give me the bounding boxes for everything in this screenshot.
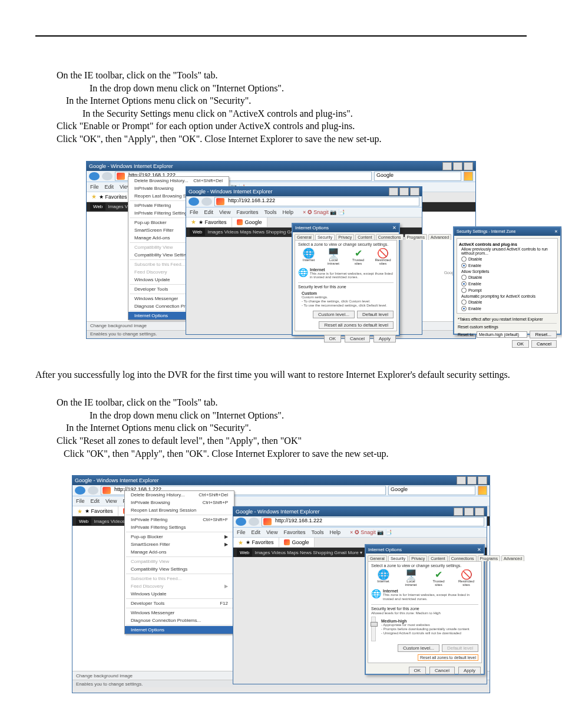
activex-item: Automatic prompting for ActiveX controls [461, 294, 535, 298]
cancel-button[interactable]: Cancel [531, 340, 557, 348]
default-level-button[interactable]: Default level [357, 311, 394, 318]
cancel-button[interactable]: Cancel [429, 667, 455, 674]
tab-privacy[interactable]: Privacy [336, 234, 354, 240]
zone-internet[interactable]: 🌐Internet [299, 249, 318, 265]
zone-local-intranet[interactable]: 🖥️Local intranet [402, 570, 421, 587]
radio-enable[interactable] [461, 263, 467, 268]
zone-trusted[interactable]: ✔Trusted sites [429, 570, 448, 587]
radio-enable[interactable] [461, 306, 467, 311]
tab-programs[interactable]: Programs [405, 234, 427, 240]
search-box[interactable]: Google [388, 486, 475, 495]
forward-button[interactable] [88, 486, 98, 495]
tab-content[interactable]: Content [355, 234, 375, 240]
zone-local-intranet[interactable]: 🖥️Local intranet [324, 249, 343, 265]
tab-content[interactable]: Content [428, 555, 448, 561]
dialog-title: Security Settings - Internet Zone [457, 229, 515, 233]
intranet-icon: 🖥️ [328, 249, 339, 258]
close-button[interactable] [478, 476, 487, 485]
cancel-button[interactable]: Cancel [345, 335, 370, 342]
tab-programs[interactable]: Programs [478, 555, 500, 561]
custom-level-button[interactable]: Custom level... [398, 644, 439, 652]
reset-custom-label: Reset custom settings [458, 323, 557, 329]
apply-button[interactable]: Apply [373, 335, 396, 342]
zone-internet[interactable]: 🌐Internet [374, 570, 393, 587]
apply-button[interactable]: Apply [458, 667, 481, 674]
globe-icon: 🌐 [303, 249, 315, 258]
search-box[interactable]: Google [374, 172, 461, 181]
menu-file[interactable]: File [90, 184, 99, 190]
minimize-button[interactable] [389, 187, 398, 196]
reset-zones-button[interactable]: Reset all zones to default level [319, 321, 394, 329]
tab-security[interactable]: Security [315, 234, 335, 240]
custom-level-button[interactable]: Custom level... [313, 311, 355, 318]
tab-security[interactable]: Security [388, 555, 408, 561]
menuitem-delete-history[interactable]: Delete Browsing History...Ctrl+Shift+Del [128, 177, 229, 185]
back-button[interactable] [89, 172, 100, 180]
security-slider[interactable] [371, 617, 376, 641]
search-button[interactable] [464, 172, 473, 181]
minimize-button[interactable] [454, 508, 463, 516]
tab-general[interactable]: General [295, 234, 314, 240]
ok-button[interactable]: OK [512, 340, 530, 348]
close-button[interactable] [475, 508, 484, 516]
search-button[interactable] [478, 486, 487, 495]
radio-prompt[interactable] [461, 288, 467, 293]
forward-button[interactable] [249, 518, 259, 526]
menu-edit[interactable]: Edit [105, 184, 114, 190]
nav-web[interactable]: Web [90, 203, 105, 210]
reset-button[interactable]: Reset... [530, 331, 557, 338]
radio-disable[interactable] [461, 275, 467, 280]
minimize-button[interactable] [457, 476, 466, 485]
maximize-button[interactable] [453, 162, 462, 170]
dialog-close-icon[interactable]: ✕ [554, 229, 558, 234]
back-button[interactable] [75, 486, 85, 495]
address-bar[interactable]: http://192.168.1.222 [214, 197, 419, 206]
dialog-close-icon[interactable]: ✕ [477, 547, 481, 552]
ok-button[interactable]: OK [409, 667, 427, 674]
globe-icon: 🌐 [298, 268, 308, 277]
close-button[interactable] [464, 162, 473, 170]
favorites-star-icon[interactable]: ★ [91, 193, 97, 200]
tab-advanced[interactable]: Advanced [428, 234, 451, 240]
dialog-close-icon[interactable]: ✕ [392, 225, 396, 230]
close-button[interactable] [410, 187, 419, 196]
maximize-button[interactable] [467, 476, 477, 485]
activex-item: Allow previously unused ActiveX controls… [461, 247, 556, 255]
tab-connections[interactable]: Connections [449, 555, 477, 561]
restart-note: *Takes effect after you restart Internet… [458, 317, 557, 321]
tab-advanced[interactable]: Advanced [501, 555, 524, 561]
intranet-icon: 🖥️ [405, 570, 417, 579]
tab-general[interactable]: General [368, 555, 387, 561]
minimize-button[interactable] [442, 162, 452, 170]
menuitem-internet-options[interactable]: Internet Options [125, 626, 234, 634]
instr-line: Click "Enable or Prompt" for each option… [35, 120, 527, 133]
maximize-button[interactable] [399, 187, 409, 196]
dialog-title: Internet Options [295, 225, 329, 230]
zone-trusted[interactable]: ✔Trusted sites [349, 249, 368, 265]
window-title: Google - Windows Internet Explorer [89, 163, 173, 169]
window-titlebar: Google - Windows Internet Explorer [87, 162, 475, 171]
forward-button[interactable] [102, 172, 113, 180]
activex-item: Binary and script behaviors [461, 312, 511, 314]
figure-2: Google - Windows Internet Explorer http:… [35, 475, 527, 693]
zone-restricted[interactable]: 🚫Restricted sites [457, 570, 476, 587]
instr-line: In the drop down menu click on "Internet… [35, 82, 527, 95]
favorites-label[interactable]: ★ Favorites [99, 194, 127, 200]
back-button[interactable] [189, 197, 199, 206]
tab-connections[interactable]: Connections [376, 234, 404, 240]
tab-privacy[interactable]: Privacy [409, 555, 427, 561]
maximize-button[interactable] [464, 508, 474, 516]
zone-desc: This zone is for Internet websites, exce… [310, 272, 394, 280]
radio-disable[interactable] [461, 256, 467, 262]
address-bar[interactable]: http://192.168.1.222 [262, 517, 484, 526]
internet-options-dialog-1: Internet Options✕ General Security Priva… [292, 223, 400, 336]
back-button[interactable] [236, 518, 246, 526]
radio-disable[interactable] [461, 299, 467, 305]
ok-button[interactable]: OK [324, 335, 342, 342]
zone-restricted[interactable]: 🚫Restricted sites [373, 249, 392, 265]
reset-zones-button[interactable]: Reset all zones to default level [418, 654, 478, 661]
forward-button[interactable] [201, 197, 212, 206]
radio-enable[interactable] [461, 281, 467, 286]
instr-line: Click "OK", then "Apply", then "OK". Clo… [35, 133, 527, 146]
reset-to-select[interactable]: Medium-high (default) [477, 331, 527, 338]
